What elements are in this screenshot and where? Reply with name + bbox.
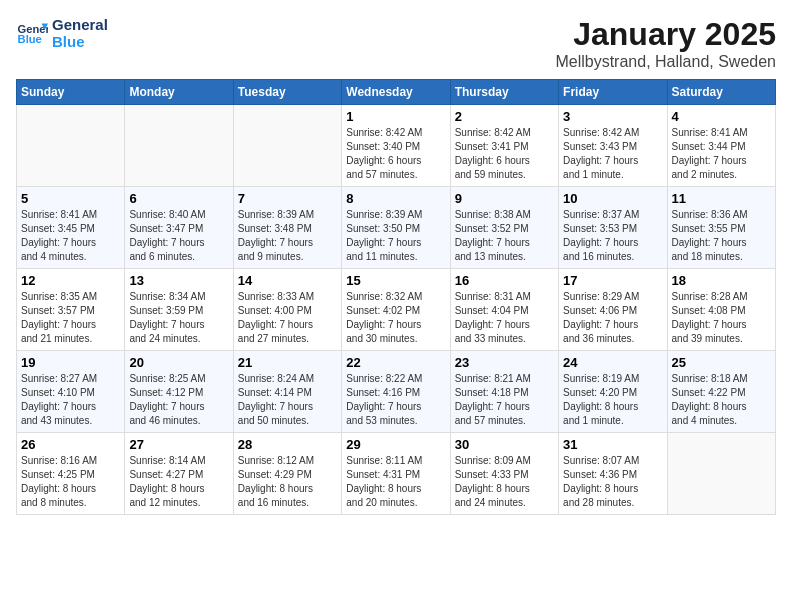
- calendar-cell: [233, 105, 341, 187]
- day-info: Sunrise: 8:42 AM Sunset: 3:41 PM Dayligh…: [455, 126, 554, 182]
- calendar-cell: 16Sunrise: 8:31 AM Sunset: 4:04 PM Dayli…: [450, 269, 558, 351]
- month-title: January 2025: [555, 16, 776, 53]
- calendar-cell: 29Sunrise: 8:11 AM Sunset: 4:31 PM Dayli…: [342, 433, 450, 515]
- calendar-cell: 30Sunrise: 8:09 AM Sunset: 4:33 PM Dayli…: [450, 433, 558, 515]
- day-info: Sunrise: 8:22 AM Sunset: 4:16 PM Dayligh…: [346, 372, 445, 428]
- day-number: 14: [238, 273, 337, 288]
- day-info: Sunrise: 8:14 AM Sunset: 4:27 PM Dayligh…: [129, 454, 228, 510]
- day-info: Sunrise: 8:25 AM Sunset: 4:12 PM Dayligh…: [129, 372, 228, 428]
- day-number: 7: [238, 191, 337, 206]
- calendar-cell: 12Sunrise: 8:35 AM Sunset: 3:57 PM Dayli…: [17, 269, 125, 351]
- day-info: Sunrise: 8:11 AM Sunset: 4:31 PM Dayligh…: [346, 454, 445, 510]
- weekday-header-friday: Friday: [559, 80, 667, 105]
- day-info: Sunrise: 8:34 AM Sunset: 3:59 PM Dayligh…: [129, 290, 228, 346]
- day-number: 1: [346, 109, 445, 124]
- calendar-cell: 26Sunrise: 8:16 AM Sunset: 4:25 PM Dayli…: [17, 433, 125, 515]
- day-number: 4: [672, 109, 771, 124]
- day-info: Sunrise: 8:33 AM Sunset: 4:00 PM Dayligh…: [238, 290, 337, 346]
- weekday-header-thursday: Thursday: [450, 80, 558, 105]
- calendar-cell: 2Sunrise: 8:42 AM Sunset: 3:41 PM Daylig…: [450, 105, 558, 187]
- day-info: Sunrise: 8:39 AM Sunset: 3:48 PM Dayligh…: [238, 208, 337, 264]
- day-number: 6: [129, 191, 228, 206]
- calendar-cell: 17Sunrise: 8:29 AM Sunset: 4:06 PM Dayli…: [559, 269, 667, 351]
- calendar-cell: 20Sunrise: 8:25 AM Sunset: 4:12 PM Dayli…: [125, 351, 233, 433]
- day-number: 10: [563, 191, 662, 206]
- weekday-header-wednesday: Wednesday: [342, 80, 450, 105]
- day-info: Sunrise: 8:39 AM Sunset: 3:50 PM Dayligh…: [346, 208, 445, 264]
- day-info: Sunrise: 8:42 AM Sunset: 3:40 PM Dayligh…: [346, 126, 445, 182]
- calendar-cell: 14Sunrise: 8:33 AM Sunset: 4:00 PM Dayli…: [233, 269, 341, 351]
- weekday-header-sunday: Sunday: [17, 80, 125, 105]
- day-number: 11: [672, 191, 771, 206]
- calendar-cell: 28Sunrise: 8:12 AM Sunset: 4:29 PM Dayli…: [233, 433, 341, 515]
- calendar-cell: [17, 105, 125, 187]
- logo-text-line1: General: [52, 16, 108, 33]
- day-number: 9: [455, 191, 554, 206]
- day-number: 8: [346, 191, 445, 206]
- day-number: 3: [563, 109, 662, 124]
- day-number: 17: [563, 273, 662, 288]
- day-number: 26: [21, 437, 120, 452]
- logo-icon: General Blue: [16, 17, 48, 49]
- day-info: Sunrise: 8:16 AM Sunset: 4:25 PM Dayligh…: [21, 454, 120, 510]
- calendar-cell: 22Sunrise: 8:22 AM Sunset: 4:16 PM Dayli…: [342, 351, 450, 433]
- day-number: 29: [346, 437, 445, 452]
- calendar-week-2: 5Sunrise: 8:41 AM Sunset: 3:45 PM Daylig…: [17, 187, 776, 269]
- weekday-header-saturday: Saturday: [667, 80, 775, 105]
- calendar-cell: 4Sunrise: 8:41 AM Sunset: 3:44 PM Daylig…: [667, 105, 775, 187]
- day-info: Sunrise: 8:42 AM Sunset: 3:43 PM Dayligh…: [563, 126, 662, 182]
- day-info: Sunrise: 8:41 AM Sunset: 3:44 PM Dayligh…: [672, 126, 771, 182]
- calendar-cell: 19Sunrise: 8:27 AM Sunset: 4:10 PM Dayli…: [17, 351, 125, 433]
- day-number: 19: [21, 355, 120, 370]
- calendar-cell: 3Sunrise: 8:42 AM Sunset: 3:43 PM Daylig…: [559, 105, 667, 187]
- day-number: 18: [672, 273, 771, 288]
- day-info: Sunrise: 8:38 AM Sunset: 3:52 PM Dayligh…: [455, 208, 554, 264]
- day-info: Sunrise: 8:37 AM Sunset: 3:53 PM Dayligh…: [563, 208, 662, 264]
- calendar-cell: 24Sunrise: 8:19 AM Sunset: 4:20 PM Dayli…: [559, 351, 667, 433]
- day-info: Sunrise: 8:07 AM Sunset: 4:36 PM Dayligh…: [563, 454, 662, 510]
- day-info: Sunrise: 8:24 AM Sunset: 4:14 PM Dayligh…: [238, 372, 337, 428]
- calendar-cell: 27Sunrise: 8:14 AM Sunset: 4:27 PM Dayli…: [125, 433, 233, 515]
- day-number: 22: [346, 355, 445, 370]
- calendar-week-4: 19Sunrise: 8:27 AM Sunset: 4:10 PM Dayli…: [17, 351, 776, 433]
- location-subtitle: Mellbystrand, Halland, Sweden: [555, 53, 776, 71]
- calendar-cell: 11Sunrise: 8:36 AM Sunset: 3:55 PM Dayli…: [667, 187, 775, 269]
- day-info: Sunrise: 8:19 AM Sunset: 4:20 PM Dayligh…: [563, 372, 662, 428]
- day-info: Sunrise: 8:41 AM Sunset: 3:45 PM Dayligh…: [21, 208, 120, 264]
- weekday-header-row: SundayMondayTuesdayWednesdayThursdayFrid…: [17, 80, 776, 105]
- calendar-week-5: 26Sunrise: 8:16 AM Sunset: 4:25 PM Dayli…: [17, 433, 776, 515]
- weekday-header-tuesday: Tuesday: [233, 80, 341, 105]
- day-number: 13: [129, 273, 228, 288]
- calendar-cell: 15Sunrise: 8:32 AM Sunset: 4:02 PM Dayli…: [342, 269, 450, 351]
- day-info: Sunrise: 8:18 AM Sunset: 4:22 PM Dayligh…: [672, 372, 771, 428]
- logo-text-line2: Blue: [52, 33, 108, 50]
- svg-text:Blue: Blue: [18, 33, 42, 45]
- calendar-table: SundayMondayTuesdayWednesdayThursdayFrid…: [16, 79, 776, 515]
- page-header: General Blue General Blue January 2025 M…: [16, 16, 776, 71]
- day-number: 5: [21, 191, 120, 206]
- logo: General Blue General Blue: [16, 16, 108, 50]
- weekday-header-monday: Monday: [125, 80, 233, 105]
- day-info: Sunrise: 8:29 AM Sunset: 4:06 PM Dayligh…: [563, 290, 662, 346]
- day-number: 20: [129, 355, 228, 370]
- calendar-cell: 10Sunrise: 8:37 AM Sunset: 3:53 PM Dayli…: [559, 187, 667, 269]
- day-number: 25: [672, 355, 771, 370]
- calendar-cell: 7Sunrise: 8:39 AM Sunset: 3:48 PM Daylig…: [233, 187, 341, 269]
- day-info: Sunrise: 8:28 AM Sunset: 4:08 PM Dayligh…: [672, 290, 771, 346]
- calendar-week-1: 1Sunrise: 8:42 AM Sunset: 3:40 PM Daylig…: [17, 105, 776, 187]
- day-info: Sunrise: 8:27 AM Sunset: 4:10 PM Dayligh…: [21, 372, 120, 428]
- title-block: January 2025 Mellbystrand, Halland, Swed…: [555, 16, 776, 71]
- calendar-cell: 6Sunrise: 8:40 AM Sunset: 3:47 PM Daylig…: [125, 187, 233, 269]
- day-info: Sunrise: 8:09 AM Sunset: 4:33 PM Dayligh…: [455, 454, 554, 510]
- day-info: Sunrise: 8:31 AM Sunset: 4:04 PM Dayligh…: [455, 290, 554, 346]
- day-info: Sunrise: 8:40 AM Sunset: 3:47 PM Dayligh…: [129, 208, 228, 264]
- day-info: Sunrise: 8:35 AM Sunset: 3:57 PM Dayligh…: [21, 290, 120, 346]
- day-number: 24: [563, 355, 662, 370]
- day-info: Sunrise: 8:36 AM Sunset: 3:55 PM Dayligh…: [672, 208, 771, 264]
- day-number: 27: [129, 437, 228, 452]
- calendar-cell: [125, 105, 233, 187]
- calendar-cell: 13Sunrise: 8:34 AM Sunset: 3:59 PM Dayli…: [125, 269, 233, 351]
- calendar-cell: 8Sunrise: 8:39 AM Sunset: 3:50 PM Daylig…: [342, 187, 450, 269]
- calendar-cell: 21Sunrise: 8:24 AM Sunset: 4:14 PM Dayli…: [233, 351, 341, 433]
- calendar-cell: 23Sunrise: 8:21 AM Sunset: 4:18 PM Dayli…: [450, 351, 558, 433]
